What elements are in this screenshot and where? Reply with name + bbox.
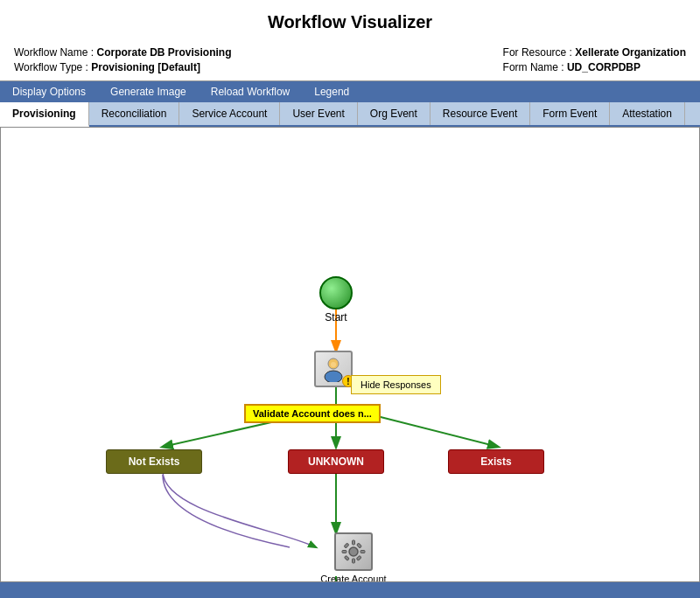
svg-rect-21 <box>356 556 361 561</box>
tab-service-account[interactable]: Service Account <box>179 102 280 125</box>
svg-point-12 <box>331 362 336 367</box>
page-title: Workflow Visualizer <box>0 0 700 41</box>
for-resource-row: For Resource : Xellerate Organization <box>503 46 686 59</box>
bottom-bar <box>0 582 700 598</box>
menu-reload-workflow[interactable]: Reload Workflow <box>199 81 302 102</box>
for-resource-value: Xellerate Organization <box>575 46 686 59</box>
form-name-value: UD_CORPDBP <box>567 61 640 73</box>
menu-display-options[interactable]: Display Options <box>0 81 98 102</box>
svg-point-11 <box>325 371 342 382</box>
workflow-type-value: Provisioning [Default] <box>91 61 200 73</box>
workflow-canvas: Start ! Hide Responses Validate Account … <box>0 127 700 582</box>
for-resource-label: For Resource : <box>503 46 572 59</box>
tab-provisioning[interactable]: Provisioning <box>0 102 89 127</box>
page-wrapper: Workflow Visualizer Workflow Name : Corp… <box>0 0 700 598</box>
menu-legend[interactable]: Legend <box>302 81 361 102</box>
menu-generate-image[interactable]: Generate Image <box>98 81 199 102</box>
info-right: For Resource : Xellerate Organization Fo… <box>503 46 686 73</box>
start-circle <box>319 276 353 309</box>
svg-rect-17 <box>360 551 365 553</box>
tab-reconciliation[interactable]: Reconciliation <box>89 102 180 125</box>
workflow-name-label: Workflow Name : <box>14 46 94 59</box>
svg-rect-19 <box>357 543 362 548</box>
svg-rect-18 <box>344 543 349 548</box>
svg-point-13 <box>349 547 358 556</box>
gear-icon <box>341 539 366 564</box>
menu-bar: Display Options Generate Image Reload Wo… <box>0 81 700 102</box>
form-name-label: Form Name : <box>503 61 564 73</box>
response-tooltip[interactable]: Hide Responses <box>351 375 441 394</box>
svg-line-4 <box>377 416 498 447</box>
result-unknown-top[interactable]: UNKNOWN <box>288 449 384 474</box>
task2-node[interactable]: Create Account DUMMYTASKADAP1 <box>312 532 396 582</box>
info-left: Workflow Name : Corporate DB Provisionin… <box>14 46 232 73</box>
result-not-exists[interactable]: Not Exists <box>106 449 202 474</box>
start-node: Start <box>319 276 353 323</box>
workflow-name-value: Corporate DB Provisioning <box>96 46 231 59</box>
workflow-type-row: Workflow Type : Provisioning [Default] <box>14 61 232 73</box>
svg-rect-15 <box>352 559 354 563</box>
decision-label: Validate Account does n... <box>244 404 381 423</box>
result-exists[interactable]: Exists <box>448 449 544 474</box>
tab-user-event[interactable]: User Event <box>280 102 357 125</box>
svg-rect-16 <box>342 551 346 553</box>
workflow-type-label: Workflow Type : <box>14 61 88 73</box>
task2-label: Create Account <box>320 574 386 582</box>
workflow-name-row: Workflow Name : Corporate DB Provisionin… <box>14 46 232 59</box>
info-bar: Workflow Name : Corporate DB Provisionin… <box>0 41 700 81</box>
task1-node[interactable]: ! <box>314 351 353 387</box>
form-name-row: Form Name : UD_CORPDBP <box>503 61 686 73</box>
start-label: Start <box>325 311 346 323</box>
tab-attestation[interactable]: Attestation <box>610 102 685 125</box>
svg-rect-20 <box>344 556 349 561</box>
tabs-bar: Provisioning Reconciliation Service Acco… <box>0 102 700 127</box>
tab-form-event[interactable]: Form Event <box>530 102 610 125</box>
tab-resource-event[interactable]: Resource Event <box>430 102 530 125</box>
svg-rect-14 <box>352 540 354 545</box>
tab-org-event[interactable]: Org Event <box>358 102 430 125</box>
